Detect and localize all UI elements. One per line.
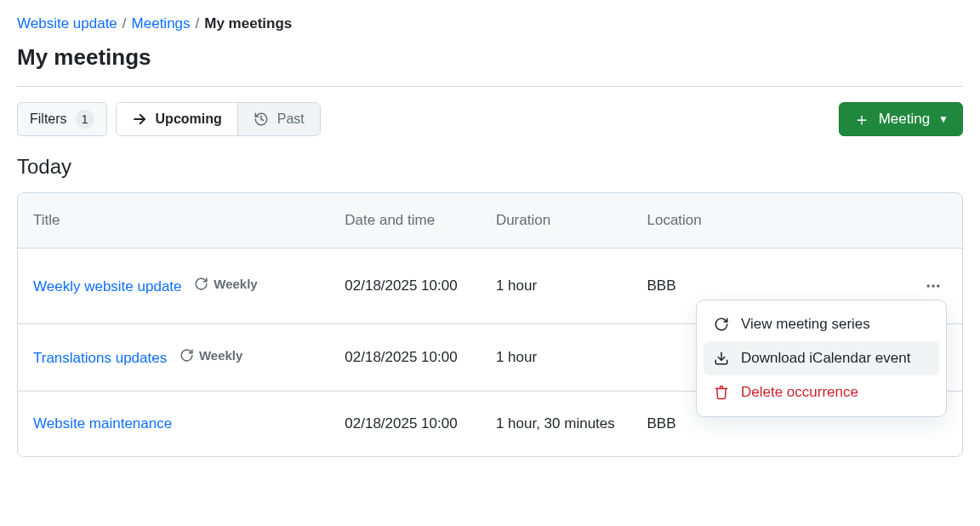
meeting-link[interactable]: Translations updates: [33, 350, 167, 366]
svg-point-5: [937, 284, 939, 287]
col-header-actions: [903, 193, 962, 249]
filters-button[interactable]: Filters 1: [17, 102, 107, 136]
cell-duration: 1 hour: [481, 249, 632, 323]
breadcrumb: Website update / Meetings / My meetings: [17, 15, 963, 32]
table-row: Weekly website update Weekly 02/18/2025 …: [18, 249, 962, 323]
cell-duration: 1 hour, 30 minutes: [481, 391, 632, 456]
filters-count-badge: 1: [76, 110, 94, 129]
page-title: My meetings: [17, 44, 963, 71]
menu-download-ical[interactable]: Download iCalendar event: [704, 341, 939, 375]
new-meeting-label: Meeting: [879, 111, 930, 128]
menu-download-ical-label: Download iCalendar event: [741, 350, 910, 367]
recurrence-badge: Weekly: [179, 348, 242, 363]
recurrence-label: Weekly: [214, 277, 257, 291]
breadcrumb-separator: /: [122, 15, 127, 32]
menu-delete-occurrence-label: Delete occurrence: [741, 384, 858, 401]
recurrence-icon: [714, 317, 729, 332]
tab-past[interactable]: Past: [237, 103, 320, 135]
svg-point-3: [927, 284, 930, 287]
toolbar: Filters 1 Upcoming Past ＋ Meeting ▼: [17, 102, 963, 136]
row-actions-menu: View meeting series Download iCalendar e…: [696, 300, 947, 417]
tab-upcoming[interactable]: Upcoming: [117, 103, 237, 135]
caret-down-icon: ▼: [938, 113, 949, 125]
breadcrumb-separator: /: [196, 15, 200, 32]
recurrence-label: Weekly: [199, 348, 242, 363]
col-header-duration: Duration: [481, 193, 632, 249]
divider: [17, 86, 963, 87]
menu-view-series-label: View meeting series: [741, 316, 870, 333]
plus-icon: ＋: [853, 111, 870, 128]
section-title-today: Today: [17, 155, 963, 179]
filters-label: Filters: [30, 111, 67, 127]
meetings-table: Title Date and time Duration Location We…: [17, 192, 963, 457]
recurrence-icon: [179, 348, 194, 363]
tab-past-label: Past: [277, 111, 305, 127]
meeting-link[interactable]: Website maintenance: [33, 415, 172, 432]
arrow-right-icon: [132, 111, 147, 127]
row-actions-button[interactable]: [920, 272, 947, 300]
history-icon: [254, 111, 269, 127]
new-meeting-button[interactable]: ＋ Meeting ▼: [839, 102, 963, 136]
recurrence-badge: Weekly: [194, 277, 257, 291]
menu-view-series[interactable]: View meeting series: [704, 307, 939, 341]
time-segment-group: Upcoming Past: [116, 102, 321, 136]
col-header-datetime: Date and time: [329, 193, 481, 249]
recurrence-icon: [194, 277, 208, 291]
tab-upcoming-label: Upcoming: [156, 111, 222, 127]
cell-datetime: 02/18/2025 10:00: [329, 391, 481, 456]
col-header-title: Title: [18, 193, 329, 249]
svg-line-2: [261, 119, 264, 121]
dots-horizontal-icon: [925, 277, 942, 294]
download-icon: [714, 351, 729, 366]
trash-icon: [714, 385, 729, 400]
breadcrumb-current: My meetings: [204, 15, 292, 32]
breadcrumb-link-meetings[interactable]: Meetings: [132, 15, 191, 32]
menu-delete-occurrence[interactable]: Delete occurrence: [704, 375, 939, 409]
breadcrumb-link-project[interactable]: Website update: [17, 15, 117, 32]
svg-point-4: [932, 284, 934, 287]
toolbar-left: Filters 1 Upcoming Past: [17, 102, 321, 136]
meeting-link[interactable]: Weekly website update: [33, 278, 182, 294]
cell-duration: 1 hour: [481, 323, 632, 391]
col-header-location: Location: [631, 193, 903, 249]
cell-datetime: 02/18/2025 10:00: [329, 323, 481, 391]
cell-datetime: 02/18/2025 10:00: [329, 249, 481, 323]
